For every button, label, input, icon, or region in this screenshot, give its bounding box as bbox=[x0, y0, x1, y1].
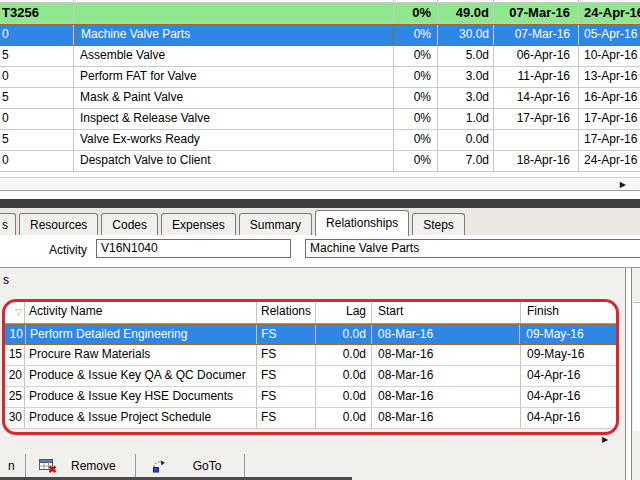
activity-id-cell[interactable]: 0 bbox=[0, 67, 74, 87]
scroll-right-icon[interactable]: ▶ bbox=[620, 181, 626, 189]
start-date-cell[interactable]: 18-Apr-16 bbox=[494, 151, 579, 171]
activity-name-header[interactable]: Activity Name bbox=[25, 302, 257, 323]
wbs-summary-row[interactable]: T3256 0% 49.0d 07-Mar-16 24-Apr-16 bbox=[0, 3, 640, 24]
wbs-id-cell[interactable]: T3256 bbox=[0, 3, 74, 23]
activity-name-cell[interactable]: Valve Ex-works Ready bbox=[74, 130, 394, 150]
activity-id-cell[interactable]: 0 bbox=[0, 109, 74, 129]
predecessor-id-cell[interactable]: 15 bbox=[4, 345, 25, 365]
relationship-type-cell[interactable]: FS bbox=[257, 345, 316, 365]
predecessor-row[interactable]: 20Produce & Issue Key QA & QC DocumerFS0… bbox=[4, 366, 617, 387]
predecessor-row[interactable]: 10Perform Detailed EngineeringFS0.0d08-M… bbox=[4, 324, 617, 345]
predecessor-id-cell[interactable]: 30 bbox=[4, 408, 25, 428]
lag-cell[interactable]: 0.0d bbox=[316, 387, 372, 407]
predecessor-row[interactable]: 15Procure Raw MaterialsFS0.0d08-Mar-1609… bbox=[4, 345, 617, 366]
activity-row[interactable]: 0Perform FAT for Valve0%3.0d11-Apr-1613-… bbox=[0, 67, 640, 88]
duration-cell[interactable]: 3.0d bbox=[438, 67, 494, 87]
predecessor-id-cell[interactable]: 10 bbox=[5, 325, 26, 344]
activity-name-cell[interactable]: Assemble Valve bbox=[74, 46, 394, 66]
activity-name-cell[interactable]: Perform FAT for Valve bbox=[74, 67, 394, 87]
finish-date-cell[interactable]: 09-May-16 bbox=[521, 345, 617, 365]
horizontal-scrollbar[interactable]: ▶ bbox=[0, 177, 640, 191]
duration-cell[interactable]: 3.0d bbox=[438, 88, 494, 108]
start-date-cell[interactable]: 14-Apr-16 bbox=[494, 88, 579, 108]
activity-id-cell[interactable]: 5 bbox=[0, 88, 74, 108]
finish-date-cell[interactable]: 13-Apr-16 bbox=[579, 67, 640, 87]
tab-relationships[interactable]: Relationships bbox=[315, 210, 409, 236]
finish-date-cell[interactable]: 17-Apr-16 bbox=[579, 130, 640, 150]
activity-id-cell[interactable]: 0 bbox=[0, 25, 74, 45]
lag-cell[interactable]: 0.0d bbox=[316, 366, 372, 386]
percent-complete-cell[interactable]: 0% bbox=[394, 25, 438, 45]
predecessor-row[interactable]: 25Produce & Issue Key HSE DocumentsFS0.0… bbox=[4, 387, 617, 408]
wbs-dur-cell[interactable]: 49.0d bbox=[438, 3, 494, 23]
start-date-cell[interactable]: 06-Apr-16 bbox=[494, 46, 579, 66]
finish-date-cell[interactable]: 04-Apr-16 bbox=[521, 387, 617, 407]
remove-button[interactable]: Remove bbox=[27, 453, 134, 479]
start-date-cell[interactable]: 08-Mar-16 bbox=[372, 325, 521, 344]
start-date-cell[interactable]: 17-Apr-16 bbox=[494, 109, 579, 129]
finish-date-cell[interactable]: 09-May-16 bbox=[520, 325, 616, 344]
duration-cell[interactable]: 0.0d bbox=[438, 130, 494, 150]
sort-header-cell[interactable]: ▽ bbox=[4, 302, 25, 323]
percent-complete-cell[interactable]: 0% bbox=[394, 109, 438, 129]
tab-s[interactable]: s bbox=[0, 213, 16, 235]
wbs-finish-cell[interactable]: 24-Apr-16 bbox=[579, 3, 640, 23]
activity-row[interactable]: 5Valve Ex-works Ready0%0.0d17-Apr-16 bbox=[0, 130, 640, 151]
activity-name-cell[interactable]: Machine Valve Parts bbox=[74, 25, 394, 45]
activity-row[interactable]: 0Inspect & Release Valve0%1.0d17-Apr-161… bbox=[0, 109, 640, 130]
tab-summary[interactable]: Summary bbox=[239, 213, 312, 235]
duration-cell[interactable]: 30.0d bbox=[438, 25, 494, 45]
finish-header[interactable]: Finish bbox=[521, 302, 617, 323]
predecessor-name-cell[interactable]: Perform Detailed Engineering bbox=[26, 325, 257, 344]
activity-name-field[interactable]: Machine Valve Parts bbox=[305, 239, 640, 258]
percent-complete-cell[interactable]: 0% bbox=[394, 130, 438, 150]
activity-name-cell[interactable]: Mask & Paint Valve bbox=[74, 88, 394, 108]
activity-name-cell[interactable]: Inspect & Release Valve bbox=[74, 109, 394, 129]
percent-complete-cell[interactable]: 0% bbox=[394, 88, 438, 108]
predecessor-name-cell[interactable]: Produce & Issue Project Schedule bbox=[25, 408, 257, 428]
lag-header[interactable]: Lag bbox=[316, 302, 372, 323]
start-date-cell[interactable]: 08-Mar-16 bbox=[372, 366, 521, 386]
finish-date-cell[interactable]: 04-Apr-16 bbox=[521, 408, 617, 428]
activity-id-cell[interactable]: 5 bbox=[0, 46, 74, 66]
predecessor-name-cell[interactable]: Produce & Issue Key QA & QC Documer bbox=[25, 366, 257, 386]
finish-date-cell[interactable]: 10-Apr-16 bbox=[579, 46, 640, 66]
pane-splitter-bar[interactable] bbox=[0, 199, 640, 208]
percent-complete-cell[interactable]: 0% bbox=[394, 46, 438, 66]
activity-row[interactable]: 5Assemble Valve0%5.0d06-Apr-1610-Apr-16 bbox=[0, 46, 640, 67]
activity-row[interactable]: 0Machine Valve Parts0%30.0d07-Mar-1605-A… bbox=[0, 24, 640, 46]
vertical-pane-splitter[interactable] bbox=[625, 268, 632, 480]
relationship-type-cell[interactable]: FS bbox=[257, 366, 316, 386]
predecessor-name-cell[interactable]: Produce & Issue Key HSE Documents bbox=[25, 387, 257, 407]
tab-codes[interactable]: Codes bbox=[101, 213, 158, 235]
finish-date-cell[interactable]: 17-Apr-16 bbox=[579, 109, 640, 129]
start-date-cell[interactable] bbox=[494, 130, 579, 150]
finish-date-cell[interactable]: 24-Apr-16 bbox=[579, 151, 640, 171]
relationship-type-cell[interactable]: FS bbox=[257, 387, 316, 407]
predecessor-row[interactable]: 30Produce & Issue Project ScheduleFS0.0d… bbox=[4, 408, 617, 429]
start-date-cell[interactable]: 11-Apr-16 bbox=[494, 67, 579, 87]
lag-cell[interactable]: 0.0d bbox=[316, 325, 372, 344]
activity-row[interactable]: 0Despatch Valve to Client0%7.0d18-Apr-16… bbox=[0, 151, 640, 172]
tab-steps[interactable]: Steps bbox=[412, 213, 465, 235]
scroll-right-icon[interactable]: ▶ bbox=[602, 436, 608, 444]
relationship-header[interactable]: Relations bbox=[257, 302, 316, 323]
predecessor-id-cell[interactable]: 25 bbox=[4, 387, 25, 407]
activity-id-cell[interactable]: 5 bbox=[0, 130, 74, 150]
duration-cell[interactable]: 1.0d bbox=[438, 109, 494, 129]
tab-resources[interactable]: Resources bbox=[19, 213, 98, 235]
start-date-cell[interactable]: 08-Mar-16 bbox=[372, 387, 521, 407]
wbs-pct-cell[interactable]: 0% bbox=[394, 3, 438, 23]
relationship-type-cell[interactable]: FS bbox=[257, 408, 316, 428]
finish-date-cell[interactable]: 05-Apr-16 bbox=[579, 25, 640, 45]
activity-row[interactable]: 5Mask & Paint Valve0%3.0d14-Apr-1616-Apr… bbox=[0, 88, 640, 109]
predecessor-name-cell[interactable]: Procure Raw Materials bbox=[25, 345, 257, 365]
predecessor-id-cell[interactable]: 20 bbox=[4, 366, 25, 386]
start-header[interactable]: Start bbox=[372, 302, 521, 323]
sort-triangle-icon[interactable]: ▽ bbox=[15, 307, 22, 317]
duration-cell[interactable]: 7.0d bbox=[438, 151, 494, 171]
start-date-cell[interactable]: 08-Mar-16 bbox=[372, 345, 521, 365]
start-date-cell[interactable]: 08-Mar-16 bbox=[372, 408, 521, 428]
assign-button[interactable]: n bbox=[0, 453, 24, 479]
wbs-start-cell[interactable]: 07-Mar-16 bbox=[494, 3, 579, 23]
